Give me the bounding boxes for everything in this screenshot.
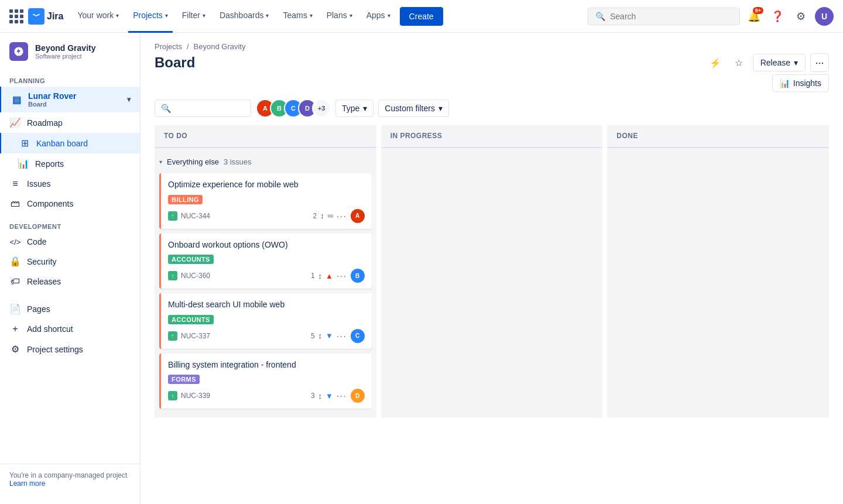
card-issue-id: NUC-344 <box>181 212 210 220</box>
create-button[interactable]: Create <box>400 7 443 26</box>
nav-apps[interactable]: Apps ▾ <box>362 0 395 33</box>
sidebar-item-releases[interactable]: 🏷 Releases <box>0 272 140 292</box>
sort-icon: ↕ <box>318 392 323 400</box>
column-header-done: DONE <box>607 125 829 148</box>
project-header[interactable]: Beyond Gravity Software project <box>0 33 140 68</box>
issue-type-icon: ↑ <box>168 391 177 400</box>
nav-your-work[interactable]: Your work ▾ <box>73 0 124 33</box>
search-box[interactable]: 🔍 <box>588 8 740 25</box>
board-toolbar: 🔍 A B C D +3 Type ▾ Custom filters ▾ <box>140 92 843 125</box>
type-filter-button[interactable]: Type ▾ <box>335 100 373 117</box>
jira-logo-text: Jira <box>47 11 63 22</box>
search-input[interactable] <box>610 12 732 21</box>
board-columns: TO DO ▾ Everything else 3 issues Optimiz… <box>155 125 829 418</box>
issues-icon: ≡ <box>9 179 21 189</box>
card-assignee-avatar: A <box>351 209 365 223</box>
page-title: Board <box>155 54 706 71</box>
settings-button[interactable]: ⚙ <box>791 7 810 26</box>
release-label: Release <box>760 58 790 67</box>
nav-plans[interactable]: Plans ▾ <box>322 0 357 33</box>
project-icon-small: ▤ <box>11 94 22 105</box>
card-title: Onboard workout options (OWO) <box>168 239 365 251</box>
sidebar-item-security[interactable]: 🔒 Security <box>0 251 140 272</box>
page-header: Board ⚡ ☆ Release ▾ ··· <box>140 51 843 72</box>
learn-more-link[interactable]: Learn more <box>9 479 45 488</box>
board-search-input[interactable] <box>174 104 245 113</box>
help-button[interactable]: ❓ <box>768 7 787 26</box>
planning-section-label: PLANNING <box>0 68 140 87</box>
sidebar-item-pages[interactable]: 📄 Pages <box>0 299 140 319</box>
card-child-count: 3 <box>311 392 315 400</box>
sidebar-item-components[interactable]: 🗃 Components <box>0 194 140 214</box>
type-filter-label: Type <box>342 104 359 113</box>
nav-dashboards[interactable]: Dashboards ▾ <box>215 0 274 33</box>
card-more-button[interactable]: ··· <box>337 391 347 400</box>
board-container: TO DO ▾ Everything else 3 issues Optimiz… <box>140 125 843 418</box>
card-title: Billing system integration - frontend <box>168 359 365 371</box>
card-meta: ↑ NUC-337 5 ↕ ▼ ··· C <box>168 329 365 343</box>
group-header[interactable]: ▾ Everything else 3 issues <box>159 153 372 171</box>
sidebar-item-label: Issues <box>27 179 50 188</box>
chevron-down-icon: ▾ <box>794 58 798 67</box>
nav-projects[interactable]: Projects ▾ <box>128 0 173 33</box>
sidebar-item-roadmap[interactable]: 📈 Roadmap <box>0 112 140 133</box>
kanban-card-1[interactable]: Optimize experience for mobile web BILLI… <box>159 173 372 229</box>
development-section-label: DEVELOPMENT <box>0 214 140 232</box>
insights-button[interactable]: 📊 Insights <box>772 74 829 92</box>
chevron-down-icon: ▾ <box>363 104 367 113</box>
card-assignee-avatar: C <box>351 329 365 343</box>
column-header-inprogress: IN PROGRESS <box>381 125 603 148</box>
chevron-down-icon: ▾ <box>349 12 352 19</box>
kanban-card-4[interactable]: Billing system integration - frontend FO… <box>159 354 372 409</box>
kanban-card-3[interactable]: Multi-dest search UI mobile web ACCOUNTS… <box>159 293 372 349</box>
card-issue-id: NUC-339 <box>181 392 210 400</box>
header-actions: ⚡ ☆ Release ▾ ··· <box>706 53 829 72</box>
user-avatar[interactable]: U <box>815 7 834 26</box>
notification-badge: 9+ <box>753 7 763 14</box>
card-issue-id: NUC-360 <box>181 272 210 280</box>
star-button[interactable]: ☆ <box>729 53 748 72</box>
avatar-count[interactable]: +3 <box>312 99 331 118</box>
sidebar-item-label: Code <box>27 237 46 246</box>
sidebar-item-code[interactable]: </> Code <box>0 232 140 251</box>
nav-filter[interactable]: Filter ▾ <box>177 0 210 33</box>
sidebar-item-issues[interactable]: ≡ Issues <box>0 174 140 194</box>
lightning-button[interactable]: ⚡ <box>706 53 725 72</box>
search-icon: 🔍 <box>161 104 171 113</box>
kanban-card-2[interactable]: Onboard workout options (OWO) ACCOUNTS ↑… <box>159 234 372 289</box>
components-icon: 🗃 <box>9 198 21 209</box>
sidebar-item-label: Kanban board <box>36 139 88 148</box>
grid-menu-icon[interactable] <box>9 9 23 23</box>
jira-logo[interactable]: Jira <box>28 8 63 25</box>
more-options-button[interactable]: ··· <box>810 53 829 72</box>
chevron-down-icon: ▾ <box>127 95 131 104</box>
nav-teams[interactable]: Teams ▾ <box>278 0 317 33</box>
sidebar-item-label: Reports <box>35 159 64 169</box>
sort-icon: ↕ <box>318 272 323 280</box>
release-button[interactable]: Release ▾ <box>753 54 806 71</box>
main-content: Projects / Beyond Gravity Board ⚡ ☆ Rele… <box>140 33 843 504</box>
chevron-down-icon: ▾ <box>203 12 205 19</box>
sidebar-item-kanban-board[interactable]: ⊞ Kanban board <box>0 133 140 153</box>
sidebar-item-label: Releases <box>27 277 61 286</box>
custom-filters-button[interactable]: Custom filters ▾ <box>378 100 449 117</box>
sidebar-item-reports[interactable]: 📊 Reports <box>0 153 140 174</box>
column-header-todo: TO DO <box>155 125 376 148</box>
sidebar-item-add-shortcut[interactable]: + Add shortcut <box>0 319 140 339</box>
pages-icon: 📄 <box>9 303 21 314</box>
card-issue-id: NUC-337 <box>181 332 210 340</box>
sidebar-item-project-settings[interactable]: ⚙ Project settings <box>0 339 140 359</box>
board-search-box[interactable]: 🔍 <box>155 100 251 117</box>
sort-icon: ↕ <box>318 331 323 340</box>
board-avatar-group: A B C D +3 <box>256 99 331 118</box>
breadcrumb-projects[interactable]: Projects <box>155 42 182 51</box>
column-todo: TO DO ▾ Everything else 3 issues Optimiz… <box>155 125 376 418</box>
notifications-button[interactable]: 🔔 9+ <box>745 7 763 26</box>
priority-icon: ═ <box>328 211 333 220</box>
card-more-button[interactable]: ··· <box>337 271 347 280</box>
card-more-button[interactable]: ··· <box>337 211 347 221</box>
card-more-button[interactable]: ··· <box>337 331 347 341</box>
card-title: Multi-dest search UI mobile web <box>168 299 365 311</box>
breadcrumb-project-name[interactable]: Beyond Gravity <box>194 42 246 51</box>
sidebar-item-lunar-rover[interactable]: ▤ Lunar Rover Board ▾ <box>0 87 140 112</box>
